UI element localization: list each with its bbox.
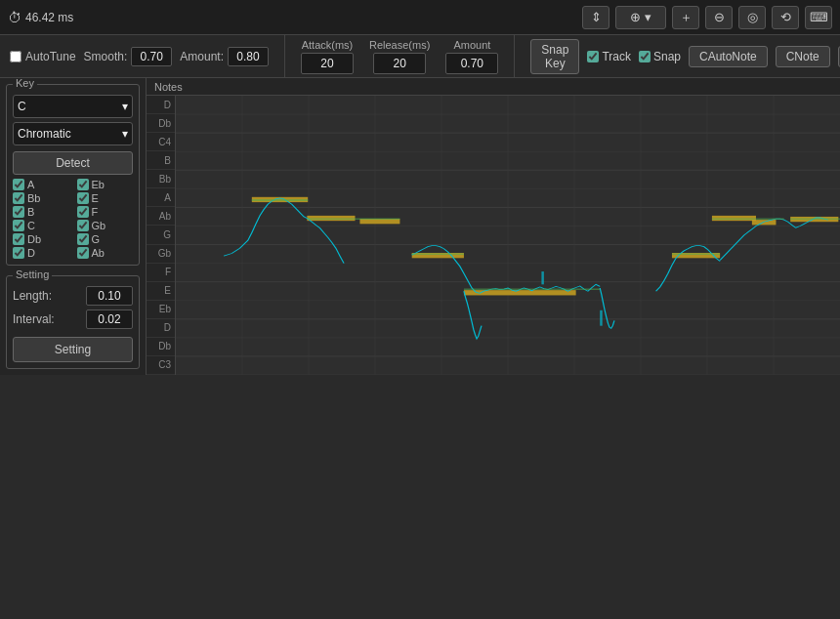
note-label-gb: Gb [92,220,106,231]
note-checkbox-gb[interactable] [77,220,89,231]
note-checkbox-f[interactable] [77,206,89,218]
svg-rect-29 [712,216,756,221]
svg-rect-26 [359,219,399,224]
detect-button[interactable]: Detect [13,151,133,175]
note-checkbox-db[interactable] [13,233,24,245]
pitch-label-Gb: Gb [147,245,175,264]
scale-dropdown[interactable]: Chromatic ▾ [13,122,133,145]
amount2-group: Amount [445,39,498,74]
note-checkbox-g[interactable] [77,233,89,245]
notes-grid[interactable] [176,96,840,375]
release-input[interactable] [373,53,426,74]
pitch-label-F: F [147,264,175,282]
attack-input[interactable] [301,53,354,74]
key-value: C [18,100,26,113]
note-checkbox-ab[interactable] [77,247,89,259]
notes-header: Notes [147,78,840,96]
svg-rect-25 [307,216,355,221]
amount-input[interactable] [228,47,269,66]
note-checkbox-bb[interactable] [13,192,24,204]
attack-group: Attack(ms) [301,39,354,74]
amount-group: Amount: [180,47,269,66]
top-bar-icons: ⇕ ⊕ ▾ ＋ ⊖ ◎ ⟲ ⌨ [582,6,832,29]
smooth-input[interactable] [131,47,172,66]
pitch-visualization [176,96,840,375]
remove-icon-btn[interactable]: ⊖ [705,6,733,29]
controls-row: AutoTune Smooth: Amount: Attack(ms) Rele… [0,35,840,78]
interval-row: Interval: [13,310,133,329]
note-item-a[interactable]: A [13,179,69,190]
add-icon-btn[interactable]: ＋ [672,6,699,29]
setting-button[interactable]: Setting [13,337,133,362]
note-label-eb: Eb [92,179,105,190]
smooth-label: Smooth: [84,50,128,63]
notes-labels: DDbC4BBbAAbGGbFEEbDDbC3 [147,96,176,375]
autotune-checkbox[interactable] [10,51,21,62]
autotune-toggle[interactable]: AutoTune [10,50,76,63]
amount2-label: Amount [453,39,490,51]
loop-icon-btn[interactable]: ⟲ [772,6,799,29]
note-label-d: D [27,247,35,259]
note-label-db: Db [27,233,41,245]
note-label-bb: Bb [27,192,40,204]
pitch-label-Db: Db [147,338,175,356]
content-area: Key C ▾ Chromatic ▾ Detect AEbBbEBFCGbDb… [0,78,840,375]
cauto-button[interactable]: CAutoNote [689,46,768,67]
key-dropdown[interactable]: C ▾ [13,95,133,118]
timer-display: ⏱ 46.42 ms [8,10,73,25]
note-item-gb[interactable]: Gb [77,220,134,231]
note-label-a: A [27,179,34,190]
length-row: Length: [13,286,133,306]
note-item-eb[interactable]: Eb [77,179,134,190]
mode-selector[interactable]: ⊕ ▾ [615,6,666,29]
svg-rect-32 [790,217,838,222]
track-checkbox[interactable] [587,51,599,62]
scale-dropdown-arrow: ▾ [122,127,128,141]
cursor-icon-btn[interactable]: ⇕ [582,6,609,29]
keyboard-icon-btn[interactable]: ⌨ [805,6,832,29]
note-item-f[interactable]: F [77,206,134,218]
release-label: Release(ms) [369,39,430,51]
length-input[interactable] [86,286,133,306]
amount2-input[interactable] [445,53,498,74]
notes-title: Notes [154,81,183,93]
note-item-c[interactable]: C [13,220,69,231]
note-checkbox-e[interactable] [77,192,89,204]
note-label-f: F [92,206,99,218]
note-checkbox-c[interactable] [13,220,24,231]
note-checkbox-b[interactable] [13,206,24,218]
amount-label: Amount: [180,50,224,63]
note-item-e[interactable]: E [77,192,134,204]
snap-key-button[interactable]: Snap Key [530,39,579,74]
pitch-label-G: G [147,226,175,244]
track-toggle[interactable]: Track [587,50,631,63]
note-checkbox-eb[interactable] [77,179,89,190]
pitch-label-E: E [147,282,175,301]
setting-section: Setting Length: Interval: Setting [6,275,140,369]
snap-toggle[interactable]: Snap [639,50,681,63]
note-item-b[interactable]: B [13,206,69,218]
note-item-db[interactable]: Db [13,233,69,245]
length-label: Length: [13,289,52,303]
pitch-label-A: A [147,188,175,207]
notes-canvas[interactable]: DDbC4BBbAAbGGbFEEbDDbC3 [147,96,840,375]
note-checkbox-a[interactable] [13,179,24,190]
note-item-d[interactable]: D [13,247,69,259]
snap-label: Snap [653,50,681,63]
snap-checkbox[interactable] [639,51,651,62]
pitch-label-C4: C4 [147,133,175,151]
note-item-ab[interactable]: Ab [77,247,134,259]
note-item-bb[interactable]: Bb [13,192,69,204]
pitch-label-D: D [147,319,175,338]
note-checkbox-d[interactable] [13,247,24,259]
autotune-label: AutoTune [25,50,76,63]
cnote-button[interactable]: CNote [776,46,830,67]
clock-icon: ⏱ [8,10,21,25]
timer-value: 46.42 ms [25,11,73,24]
scale-value: Chromatic [18,127,71,141]
note-item-g[interactable]: G [77,233,134,245]
attack-label: Attack(ms) [302,39,354,51]
interval-input[interactable] [86,310,133,329]
target-icon-btn[interactable]: ◎ [738,6,766,29]
note-label-c: C [27,220,35,231]
